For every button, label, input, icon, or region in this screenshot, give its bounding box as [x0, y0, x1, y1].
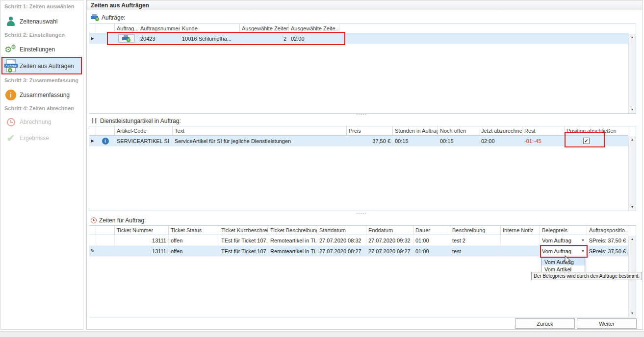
scroll-down-icon[interactable]: ▼ — [629, 107, 636, 112]
cell-dauer: 01:00 — [413, 235, 450, 245]
dropdown-option-vom-auftrag[interactable]: Vom Auftrag — [541, 258, 585, 265]
checkmark-icon: ✔ — [2, 133, 20, 143]
status-strip — [0, 331, 644, 337]
cell-beschreibung: test — [450, 246, 501, 256]
cell-ticket-nummer: 13111 — [115, 235, 169, 245]
step-1-header: Schritt 1: Zeiten auswählen — [4, 3, 74, 9]
column-header-auftrag[interactable]: Auftrag... — [115, 24, 138, 33]
column-header-preis[interactable]: Preis — [347, 126, 393, 135]
row-current-icon: ▶ — [89, 33, 96, 44]
order-print-button[interactable]: + — [118, 34, 135, 43]
gears-icon: ⚙⚙ — [2, 44, 20, 55]
step-4-header: Schritt 4: Zeiten abrechnen — [4, 105, 74, 111]
position-abschliessen-checkbox[interactable]: ✓ — [583, 138, 590, 144]
belegpreis-dropdown-list: Vom Auftrag Vom Artikel — [541, 258, 585, 273]
column-header-jetzt-abzurechnen[interactable]: Jetzt abzurechnen — [479, 126, 522, 135]
column-header-position-abschliessen[interactable]: Position abschließen — [565, 126, 628, 135]
step-2-header: Schritt 2: Einstellungen — [4, 32, 65, 38]
scrollbar[interactable]: ▲ ▼ — [628, 34, 636, 113]
wizard-sidebar: Schritt 1: Zeiten auswählen Zeitenauswah… — [0, 0, 83, 330]
cell-ticket-beschreibung: Remoteartikel in Tl... — [268, 246, 317, 256]
column-header-ausgewaehlte-zeit[interactable]: Ausgewählte Zeite... — [289, 24, 339, 33]
page-title: Zeiten aus Aufträgen — [87, 0, 643, 10]
cell-ticket-beschreibung: Remoteartikel in Tl... — [268, 235, 317, 245]
artikel-grid: Artikel-Code Text Preis Stunden in Auftr… — [89, 126, 636, 211]
belegpreis-tooltip: Der Belegpreis wird durch den Auftrage b… — [531, 272, 642, 280]
belegpreis-combo[interactable]: Vom Auftrag▼ — [540, 235, 587, 245]
clock-icon — [2, 118, 20, 126]
column-header-ticket-nummer[interactable]: Ticket Nummer — [115, 226, 169, 235]
cell-noch-offen: 00:15 — [438, 136, 479, 146]
column-header-rest[interactable]: Rest — [522, 126, 565, 135]
zeiten-label: Zeiten für Auftrag: — [99, 217, 146, 224]
cell-beschreibung: test 2 — [450, 235, 501, 245]
back-button[interactable]: Zurück — [515, 318, 575, 329]
dropdown-arrow-icon: ▼ — [580, 239, 585, 242]
main-panel: Zeiten aus Aufträgen + Aufträge: Auftrag… — [86, 0, 643, 330]
scroll-up-icon[interactable]: ▲ — [629, 35, 636, 40]
column-header-ausgewaehlte-zeiten[interactable]: Ausgewählte Zeiten — [240, 24, 289, 33]
column-header-ticket-beschreibung[interactable]: Ticket Beschreibung — [268, 226, 317, 235]
column-header-startdatum[interactable]: Startdatum — [317, 226, 366, 235]
column-header-auftragsnummer[interactable]: Auftragsnummer — [138, 24, 180, 33]
row-edit-icon: ✎ — [89, 246, 96, 256]
mouse-cursor-icon — [565, 255, 571, 265]
belegpreis-combo-active[interactable]: Vom Auftrag▼ — [540, 246, 587, 256]
scroll-down-icon[interactable]: ▼ — [629, 205, 636, 210]
cell-auftragsnummer: 20423 — [138, 33, 180, 44]
cell-startdatum: 27.07.2020 08:27 — [317, 246, 366, 256]
zeiten-row-2[interactable]: ✎ 13111 offen TEst für Ticket 107... Rem… — [89, 246, 628, 257]
cell-auftragsposition: SPreis: 37,50 € — [587, 235, 628, 245]
splitter-handle[interactable]: ····· — [352, 212, 371, 215]
sidebar-item-abrechnung: Abrechnung — [2, 115, 82, 129]
column-header-interne-notiz[interactable]: Interne Notiz — [501, 226, 540, 235]
cell-stunden-in-auftrag: 00:15 — [393, 136, 438, 146]
sidebar-item-einstellungen[interactable]: ⚙⚙ Einstellungen — [2, 42, 82, 57]
sidebar-item-zusammenfassung[interactable]: i Zusammenfassung — [2, 87, 82, 103]
cell-startdatum: 27.07.2020 08:32 — [317, 235, 366, 245]
scroll-up-icon[interactable]: ▲ — [629, 237, 636, 241]
column-header-auftragsposition[interactable]: Auftragspositio... — [587, 226, 628, 235]
cell-enddatum: 27.07.2020 09:32 — [366, 235, 413, 245]
column-header-artikel-code[interactable]: Artikel-Code — [115, 126, 173, 135]
zeiten-grid-header: Ticket Nummer Ticket Status Ticket Kurzb… — [89, 226, 628, 235]
column-header-enddatum[interactable]: Enddatum — [366, 226, 413, 235]
auftraege-section-label: + Aufträge: — [91, 14, 126, 21]
artikel-row[interactable]: ▶ i SERVICEARTIKEL SI ServiceArtikel für… — [89, 136, 628, 146]
column-header-belegpreis[interactable]: Belegpreis — [540, 226, 587, 235]
artikel-section-label: Dienstleistungartikel in Auftrag: — [91, 117, 181, 124]
cell-ticket-kurzbeschreibung: TEst für Ticket 107... — [219, 235, 268, 245]
sidebar-item-zeitenauswahl[interactable]: Zeitenauswahl — [2, 14, 82, 29]
scroll-down-icon[interactable]: ▼ — [629, 311, 636, 316]
auftraege-row[interactable]: ▶ + 20423 10016 Schlumpfha... 2 02:00 — [89, 33, 628, 44]
column-header-ticket-status[interactable]: Ticket Status — [169, 226, 219, 235]
splitter-handle[interactable]: ····· — [352, 113, 371, 116]
column-header-kunde[interactable]: Kunde — [180, 24, 240, 33]
barcode-icon — [91, 118, 98, 123]
column-header-dauer[interactable]: Dauer — [413, 226, 450, 235]
column-header-stunden-in-auftrag[interactable]: Stunden in Auftrag — [393, 126, 438, 135]
info-icon: i — [2, 90, 20, 100]
sidebar-item-label: Abrechnung — [20, 119, 52, 125]
cell-interne-notiz — [501, 235, 540, 245]
next-button[interactable]: Weiter — [577, 318, 637, 329]
sidebar-item-label: Zeitenauswahl — [20, 18, 57, 25]
cell-enddatum: 27.07.2020 09:27 — [366, 246, 413, 256]
cell-text: ServiceArtikel für SI für jegliche Diens… — [173, 136, 347, 146]
step-3-header: Schritt 3: Zusammenfassung — [4, 77, 78, 83]
cell-ticket-status: offen — [169, 235, 219, 245]
column-header-ticket-kurzbeschreibung[interactable]: Ticket Kurzbeschrei... — [219, 226, 268, 235]
column-header-beschreibung[interactable]: Beschreibung — [450, 226, 501, 235]
sidebar-item-zeiten-aus-auftraegen[interactable]: Auftrag+ Zeiten aus Aufträgen — [2, 58, 82, 74]
sidebar-item-label: Ergebnisse — [20, 135, 49, 142]
cell-auftragsposition: SPreis: 37,50 € — [587, 246, 628, 256]
zeiten-row-1[interactable]: 13111 offen TEst für Ticket 107... Remot… — [89, 235, 628, 246]
scrollbar[interactable]: ▲ ▼ — [628, 136, 636, 211]
cell-kunde: 10016 Schlumpfha... — [180, 33, 240, 44]
scroll-up-icon[interactable]: ▲ — [629, 137, 636, 142]
column-header-text[interactable]: Text — [173, 126, 347, 135]
cell-rest: -01:-45 — [522, 136, 565, 146]
cell-dauer: 01:00 — [413, 246, 450, 256]
column-header-noch-offen[interactable]: Noch offen — [438, 126, 479, 135]
auftraege-grid: Auftrag... Auftragsnummer Kunde Ausgewäh… — [89, 24, 636, 114]
